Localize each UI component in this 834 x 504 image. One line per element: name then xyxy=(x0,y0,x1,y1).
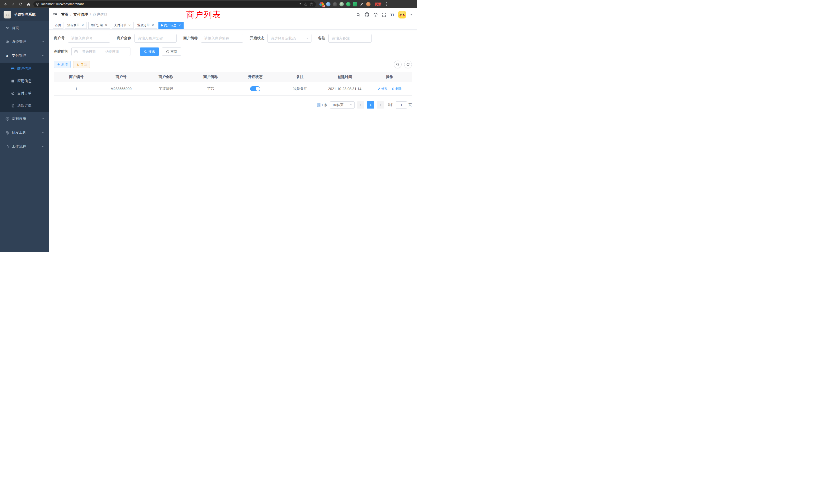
date-range-picker[interactable]: - xyxy=(71,47,130,56)
export-button[interactable]: 导出 xyxy=(73,61,90,68)
sidebar-subitem-pay-order[interactable]: 支付订单 xyxy=(0,87,49,99)
breadcrumb-payment[interactable]: 支付管理 xyxy=(73,12,88,17)
calendar-icon xyxy=(74,50,78,53)
extension-dark-icon[interactable] xyxy=(333,2,337,6)
header-search-icon[interactable] xyxy=(356,13,360,17)
help-icon[interactable] xyxy=(373,13,378,17)
date-end-input[interactable] xyxy=(103,50,122,54)
search-button[interactable]: 搜索 xyxy=(140,47,159,56)
user-avatar[interactable] xyxy=(398,11,406,19)
fullscreen-icon[interactable] xyxy=(382,13,386,17)
refresh-table-button[interactable] xyxy=(404,61,412,68)
chevron-down-icon xyxy=(41,144,44,148)
tab-user-group[interactable]: 用户分组 ✕ xyxy=(88,22,110,29)
active-tab-dot xyxy=(161,24,163,26)
merchant-name-input[interactable] xyxy=(134,34,177,43)
toggle-search-button[interactable] xyxy=(394,61,401,68)
breadcrumb-home[interactable]: 首页 xyxy=(61,12,68,17)
url-text[interactable]: localhost:1024/pay/merchant xyxy=(41,2,296,6)
sidebar-subitem-merchant-info[interactable]: 商户信息 xyxy=(0,63,49,75)
extension-avatar-icon[interactable] xyxy=(339,2,344,6)
monitor-chart-icon xyxy=(5,117,9,121)
close-icon[interactable]: ✕ xyxy=(128,24,131,27)
add-button[interactable]: 新增 xyxy=(54,61,71,68)
goto-page-input[interactable] xyxy=(396,101,407,109)
address-bar[interactable]: localhost:1024/pay/merchant xyxy=(34,1,316,7)
reset-button[interactable]: 重置 xyxy=(162,47,181,56)
payment-submenu: 商户信息 应用信息 支付订单 xyxy=(0,63,49,112)
search-icon xyxy=(396,63,399,66)
sidebar-subitem-refund-order[interactable]: 退款订单 xyxy=(0,99,49,112)
browser-home-button[interactable] xyxy=(26,1,31,7)
avatar-caret-icon[interactable] xyxy=(410,13,413,16)
browser-update-button[interactable]: 更新 xyxy=(375,2,381,6)
sidebar-subitem-app-info[interactable]: 应用信息 xyxy=(0,75,49,87)
close-icon[interactable]: ✕ xyxy=(81,24,85,27)
delete-link[interactable]: 删除 xyxy=(392,87,401,91)
close-icon[interactable]: ✕ xyxy=(104,24,108,27)
tab-merchant-info[interactable]: 商户信息 ✕ xyxy=(158,22,183,29)
extension-orange-icon[interactable] xyxy=(366,2,371,6)
browser-chrome: localhost:1024/pay/merchant 10 xyxy=(0,0,417,8)
status-select-input[interactable] xyxy=(267,34,311,43)
table-toolbar-right xyxy=(394,61,412,68)
tab-pay-order[interactable]: 支付订单 ✕ xyxy=(112,22,133,29)
close-icon[interactable]: ✕ xyxy=(178,24,181,27)
col-short-name: 商户简称 xyxy=(188,72,233,82)
extension-green-circle-icon[interactable] xyxy=(346,2,351,6)
font-size-icon[interactable]: TT xyxy=(390,13,394,17)
cell-merchant-id: 1 xyxy=(54,82,98,95)
sidebar-item-workflow[interactable]: 工作流程 xyxy=(0,140,49,154)
browser-back-button[interactable] xyxy=(3,1,8,7)
breadcrumb-separator: / xyxy=(70,13,71,17)
extension-blue-icon[interactable] xyxy=(326,2,330,6)
merchant-no-input[interactable] xyxy=(68,34,110,43)
status-select[interactable] xyxy=(267,34,311,43)
extensions-bar: 10 xyxy=(320,2,371,6)
tab-home[interactable]: 首页 xyxy=(53,22,63,29)
cell-merchant-no: M233666999 xyxy=(98,82,143,95)
next-page-button[interactable] xyxy=(377,101,384,109)
back-arrow-icon xyxy=(4,2,7,6)
close-icon[interactable]: ✕ xyxy=(151,24,155,27)
sidebar-item-dev-tools[interactable]: 研发工具 xyxy=(0,126,49,140)
chevron-down-icon xyxy=(41,117,44,121)
remark-input[interactable] xyxy=(328,34,372,43)
extension-green-square-icon[interactable] xyxy=(353,2,357,6)
sidebar-item-home[interactable]: 首页 xyxy=(0,21,49,35)
tab-process-form[interactable]: 流程表单 ✕ xyxy=(65,22,87,29)
filter-row-2: 创建时间 - 搜索 xyxy=(54,47,412,56)
browser-reload-button[interactable] xyxy=(18,1,24,7)
merchant-short-input[interactable] xyxy=(201,34,243,43)
edit-link[interactable]: 修改 xyxy=(377,87,388,91)
bookmark-star-icon[interactable] xyxy=(310,2,313,6)
goto-label: 前往 xyxy=(388,102,394,107)
refresh-icon xyxy=(166,50,169,53)
app-logo[interactable]: 芋道管理系统 xyxy=(0,8,49,21)
page-size-select[interactable]: 10条/页 xyxy=(330,101,355,109)
passwords-key-icon[interactable] xyxy=(299,2,302,6)
prev-page-button[interactable] xyxy=(357,101,364,109)
browser-menu-button[interactable] xyxy=(385,2,388,6)
target-icon xyxy=(11,92,15,95)
col-create-time: 创建时间 xyxy=(323,72,367,82)
hamburger-icon[interactable] xyxy=(53,12,58,17)
site-info-icon[interactable] xyxy=(36,3,39,6)
share-icon[interactable] xyxy=(304,2,308,6)
page-number-1[interactable]: 1 xyxy=(367,101,374,109)
sidebar-item-payment[interactable]: ¥ 支付管理 xyxy=(0,49,49,63)
extension-colorful-icon[interactable]: 10 xyxy=(320,2,324,6)
tab-refund-order[interactable]: 退款订单 ✕ xyxy=(135,22,157,29)
status-toggle[interactable] xyxy=(250,86,260,91)
chevron-up-icon xyxy=(41,54,44,58)
sidebar-item-system[interactable]: 系统管理 xyxy=(0,35,49,49)
github-icon[interactable] xyxy=(365,12,369,17)
date-start-input[interactable] xyxy=(79,50,98,54)
grid-icon xyxy=(11,79,15,83)
sidebar-item-infrastructure[interactable]: 基础设施 xyxy=(0,112,49,126)
browser-forward-button[interactable] xyxy=(10,1,16,7)
plus-icon xyxy=(57,63,60,66)
goto-unit: 页 xyxy=(409,102,412,107)
extension-pin-icon[interactable] xyxy=(359,2,364,6)
cell-short-name: 芋艿 xyxy=(188,82,233,95)
